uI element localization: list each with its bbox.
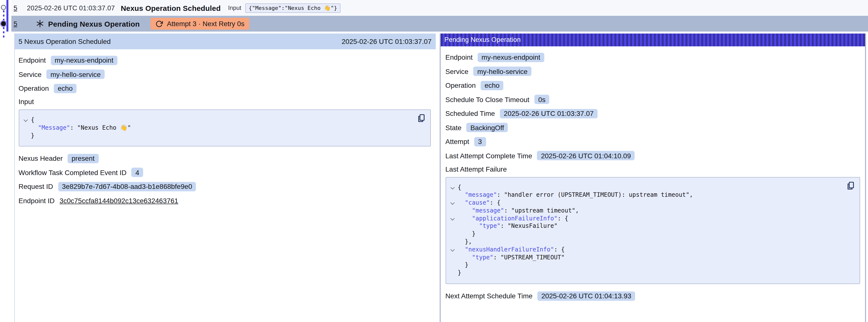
scheduled-panel-timestamp: 2025-02-26 UTC 01:03:37.07 (342, 37, 432, 45)
input-section-label: Input (19, 98, 431, 105)
field-label: Request ID (19, 183, 53, 191)
detail-field-row: Operation echo (445, 80, 860, 91)
retry-status-badge: Attempt 3 · Next Retry 0s (151, 18, 249, 30)
json-line: } (450, 262, 842, 269)
json-line-gutter (450, 207, 458, 215)
failure-section-label: Last Attempt Failure (445, 165, 860, 173)
scheduled-panel-body: Endpoint my-nexus-endpoint Service my-he… (14, 49, 435, 206)
endpoint-id-row: Endpoint ID 3c0c75ccfa8144b092c13ce63246… (19, 195, 431, 206)
detail-field-row: Scheduled Time 2025-02-26 UTC 01:03:37.0… (445, 108, 860, 119)
field-value-badge: present (68, 154, 98, 163)
field-label: Endpoint (19, 56, 46, 64)
json-text: : "Nexus Echo 👋" (70, 124, 131, 132)
input-json-lines: { "Message": "Nexus Echo 👋" } (23, 117, 412, 140)
field-value-badge: 3e829b7e-7d67-4b08-aad3-b1e868bfe9e0 (58, 182, 196, 191)
field-value-badge: my-nexus-endpoint (51, 56, 118, 65)
collapse-chevron-icon[interactable] (24, 118, 28, 122)
event-input-chip: {"Message":"Nexus Echo 👋"} (245, 3, 341, 12)
field-value-badge: 2025-02-26 UTC 01:03:37.07 (500, 109, 597, 118)
event-name: Nexus Operation Scheduled (121, 4, 221, 12)
field-label: Nexus Header (19, 155, 63, 162)
pending-event-name: Pending Nexus Operation (48, 20, 140, 28)
event-detail-panels: 5 Nexus Operation Scheduled 2025-02-26 U… (14, 34, 868, 322)
json-line-gutter (450, 215, 458, 223)
json-key: "Message" (38, 124, 70, 132)
pending-panel-title: Pending Nexus Operation (444, 36, 521, 43)
retry-icon (155, 20, 163, 27)
detail-field-row: Last Attempt Complete Time 2025-02-26 UT… (445, 150, 860, 161)
json-text: : "UPSTREAM_TIMEOUT" (493, 254, 565, 262)
json-text: : "handler error (UPSTREAM_TIMEOUT): ups… (497, 192, 693, 199)
json-line: "nexusHandlerFailureInfo": { (450, 246, 842, 254)
event-row-pending[interactable]: 5 Pending Nexus Operation Attempt 3 · Ne… (11, 16, 868, 32)
json-text: } (472, 230, 475, 238)
field-label: Schedule To Close Timeout (445, 95, 529, 103)
json-text: : { (490, 199, 500, 207)
event-timestamp: 2025-02-26 UTC 01:03:37.07 (27, 4, 115, 11)
scheduled-fields-group: Endpoint my-nexus-endpoint Service my-he… (19, 55, 431, 94)
field-value-badge: 3 (474, 137, 486, 146)
collapse-chevron-icon[interactable] (450, 185, 455, 189)
json-indent (458, 254, 472, 262)
event-id-link[interactable]: 5 (13, 4, 21, 11)
json-indent (458, 223, 479, 230)
json-line-gutter (450, 254, 458, 262)
endpoint-id-link[interactable]: 3c0c75ccfa8144b092c13ce632463761 (59, 197, 178, 205)
field-value-badge: 4 (131, 168, 143, 177)
json-line: } (23, 132, 412, 140)
pending-panel-header: Pending Nexus Operation (440, 34, 865, 46)
json-key: "nexusHandlerFailureInfo" (465, 246, 554, 254)
detail-field-row: State BackingOff (445, 122, 860, 133)
retry-badge-label: Attempt 3 · Next Retry 0s (167, 20, 244, 28)
event-id-link[interactable]: 5 (13, 20, 21, 27)
collapse-chevron-icon[interactable] (450, 201, 455, 205)
field-value-badge: echo (480, 80, 503, 90)
json-line-gutter (450, 262, 458, 269)
detail-field-row: Schedule To Close Timeout 0s (445, 94, 860, 105)
selected-group-indicator-bar (6, 0, 8, 32)
copy-icon (846, 181, 855, 190)
json-text: }, (465, 238, 472, 246)
event-input-label: Input (228, 4, 241, 11)
collapse-chevron-icon[interactable] (450, 216, 455, 220)
json-line: "Message": "Nexus Echo 👋" (23, 124, 412, 132)
json-line: "message": "handler error (UPSTREAM_TIME… (450, 192, 842, 199)
json-line: }, (450, 238, 842, 246)
collapse-chevron-icon[interactable] (450, 247, 455, 252)
json-key: "applicationFailureInfo" (472, 215, 558, 223)
json-line: "message": "upstream timeout", (450, 207, 842, 215)
pending-fields-group: Endpoint my-nexus-endpoint Service my-he… (445, 52, 860, 161)
field-label: Service (19, 70, 41, 78)
json-key: "message" (472, 207, 504, 215)
input-json-block: { "Message": "Nexus Echo 👋" } (19, 109, 431, 147)
json-text: : { (554, 246, 564, 254)
field-label: Scheduled Time (445, 109, 495, 117)
json-line: "cause": { (450, 199, 842, 207)
event-row-scheduled[interactable]: 5 2025-02-26 UTC 01:03:37.07 Nexus Opera… (11, 0, 868, 16)
json-line-gutter (450, 184, 458, 192)
json-indent (458, 238, 465, 246)
json-line: } (450, 230, 842, 238)
timeline-marker-open-circle-icon (1, 5, 6, 10)
pending-operation-panel: Pending Nexus Operation Endpoint my-nexu… (439, 34, 866, 322)
copy-button[interactable] (846, 181, 855, 191)
json-key: "message" (465, 192, 497, 199)
field-value-badge: my-hello-service (46, 69, 104, 79)
field-value-badge: echo (54, 84, 77, 93)
field-label: Workflow Task Completed Event ID (19, 169, 127, 176)
pending-panel-body: Endpoint my-nexus-endpoint Service my-he… (440, 46, 865, 301)
json-indent (458, 192, 465, 199)
json-line: "type": "NexusFailure" (450, 223, 842, 230)
json-text: } (31, 132, 34, 140)
next-attempt-row: Next Attempt Schedule Time 2025-02-26 UT… (445, 290, 860, 301)
json-line-gutter (450, 269, 458, 278)
json-line-gutter (23, 117, 31, 124)
detail-field-row: Endpoint my-nexus-endpoint (445, 52, 860, 63)
field-value-badge: 0s (534, 95, 550, 104)
json-text: { (31, 117, 34, 124)
field-label: State (445, 124, 461, 131)
json-text: } (465, 262, 468, 269)
copy-button[interactable] (417, 114, 426, 124)
json-line: { (450, 184, 842, 192)
failure-json-block: { "message": "handler error (UPSTREAM_TI… (445, 177, 860, 284)
